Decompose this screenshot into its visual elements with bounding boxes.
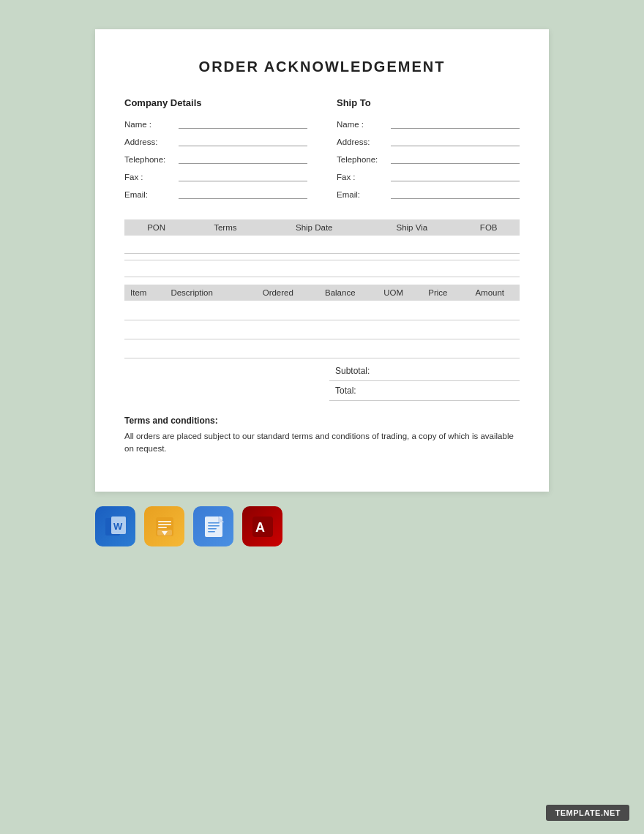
divider-2 — [124, 277, 520, 277]
svg-rect-11 — [208, 522, 220, 524]
ship-address-row: Address: — [337, 135, 520, 146]
item-2-price[interactable] — [416, 320, 460, 339]
item-1-amount[interactable] — [460, 301, 520, 320]
terms-cell[interactable] — [188, 236, 262, 254]
terms-section: Terms and conditions: All orders are pla… — [124, 416, 520, 456]
company-email-label: Email: — [124, 190, 176, 199]
ship-date-cell[interactable] — [262, 236, 366, 254]
app-icons-group: W — [95, 506, 282, 546]
company-telephone-label: Telephone: — [124, 155, 176, 164]
page-background: ORDER ACKNOWLEDGEMENT Company Details Na… — [0, 0, 644, 834]
terms-text: All orders are placed subject to our sta… — [124, 430, 520, 456]
item-row-1 — [124, 301, 520, 320]
item-1-desc[interactable] — [166, 301, 247, 320]
bottom-area: W — [95, 492, 549, 546]
company-telephone-row: Telephone: — [124, 152, 307, 164]
item-1-balance[interactable] — [310, 301, 371, 320]
pages-icon[interactable] — [144, 506, 184, 546]
item-3-desc[interactable] — [166, 339, 247, 358]
item-1-item[interactable] — [124, 301, 166, 320]
ship-email-label: Email: — [337, 190, 388, 199]
company-fax-row: Fax : — [124, 170, 307, 181]
item-2-balance[interactable] — [310, 320, 371, 339]
amount-col-header: Amount — [460, 285, 520, 301]
item-2-desc[interactable] — [166, 320, 247, 339]
order-info-table: PON Terms Ship Date Ship Via FOB — [124, 219, 520, 254]
document-title: ORDER ACKNOWLEDGEMENT — [124, 59, 520, 75]
ship-via-header: Ship Via — [366, 219, 457, 236]
item-3-uom[interactable] — [371, 339, 416, 358]
ship-name-label: Name : — [337, 120, 388, 129]
uom-col-header: UOM — [371, 285, 416, 301]
ship-address-field[interactable] — [391, 135, 520, 146]
ship-to-col: Ship To Name : Address: Telephone: Fax : — [337, 97, 520, 205]
item-3-amount[interactable] — [460, 339, 520, 358]
pon-cell[interactable] — [124, 236, 188, 254]
item-2-amount[interactable] — [460, 320, 520, 339]
ship-email-row: Email: — [337, 187, 520, 199]
company-email-row: Email: — [124, 187, 307, 199]
terms-title: Terms and conditions: — [124, 416, 520, 426]
ship-to-header: Ship To — [337, 97, 520, 108]
item-2-item[interactable] — [124, 320, 166, 339]
ship-name-row: Name : — [337, 117, 520, 129]
item-3-ordered[interactable] — [247, 339, 309, 358]
item-1-price[interactable] — [416, 301, 460, 320]
company-address-row: Address: — [124, 135, 307, 146]
gdocs-icon[interactable] — [193, 506, 233, 546]
item-3-price[interactable] — [416, 339, 460, 358]
ship-date-header: Ship Date — [262, 219, 366, 236]
company-details-col: Company Details Name : Address: Telephon… — [124, 97, 307, 205]
ship-email-field[interactable] — [391, 187, 520, 199]
pon-header: PON — [124, 219, 188, 236]
subtotal-label: Subtotal: — [329, 366, 370, 376]
total-value[interactable] — [461, 386, 520, 396]
subtotal-value[interactable] — [461, 366, 520, 376]
total-row: Total: — [329, 381, 520, 401]
ship-fax-label: Fax : — [337, 173, 388, 181]
company-fax-field[interactable] — [179, 170, 307, 181]
ship-telephone-field[interactable] — [391, 152, 520, 164]
company-telephone-field[interactable] — [179, 152, 307, 164]
item-row-3 — [124, 339, 520, 358]
ship-fax-field[interactable] — [391, 170, 520, 181]
item-1-uom[interactable] — [371, 301, 416, 320]
acrobat-icon[interactable]: A — [242, 506, 282, 546]
word-icon[interactable]: W — [95, 506, 135, 546]
company-fax-label: Fax : — [124, 173, 176, 181]
order-info-row — [124, 236, 520, 254]
item-3-item[interactable] — [124, 339, 166, 358]
ship-address-label: Address: — [337, 138, 388, 146]
terms-header: Terms — [188, 219, 262, 236]
item-3-balance[interactable] — [310, 339, 371, 358]
svg-rect-7 — [158, 527, 167, 528]
item-2-ordered[interactable] — [247, 320, 309, 339]
template-badge: TEMPLATE.NET — [546, 805, 629, 821]
company-address-field[interactable] — [179, 135, 307, 146]
company-email-field[interactable] — [179, 187, 307, 199]
price-col-header: Price — [416, 285, 460, 301]
svg-rect-14 — [208, 531, 215, 533]
svg-text:A: A — [255, 520, 265, 535]
company-name-field[interactable] — [179, 117, 307, 129]
ship-name-field[interactable] — [391, 117, 520, 129]
company-name-row: Name : — [124, 117, 307, 129]
description-col-header: Description — [166, 285, 247, 301]
address-section: Company Details Name : Address: Telephon… — [124, 97, 520, 205]
item-1-ordered[interactable] — [247, 301, 309, 320]
subtotal-row: Subtotal: — [329, 361, 520, 381]
item-row-2 — [124, 320, 520, 339]
items-table: Item Description Ordered Balance UOM Pri… — [124, 285, 520, 358]
fob-header: FOB — [457, 219, 520, 236]
ship-telephone-row: Telephone: — [337, 152, 520, 164]
ship-via-cell[interactable] — [366, 236, 457, 254]
svg-text:W: W — [113, 521, 123, 532]
svg-rect-12 — [208, 525, 220, 527]
item-col-header: Item — [124, 285, 166, 301]
svg-rect-13 — [208, 528, 217, 530]
divider-1 — [124, 260, 520, 260]
item-2-uom[interactable] — [371, 320, 416, 339]
company-name-label: Name : — [124, 120, 176, 129]
company-details-header: Company Details — [124, 97, 307, 108]
fob-cell[interactable] — [457, 236, 520, 254]
